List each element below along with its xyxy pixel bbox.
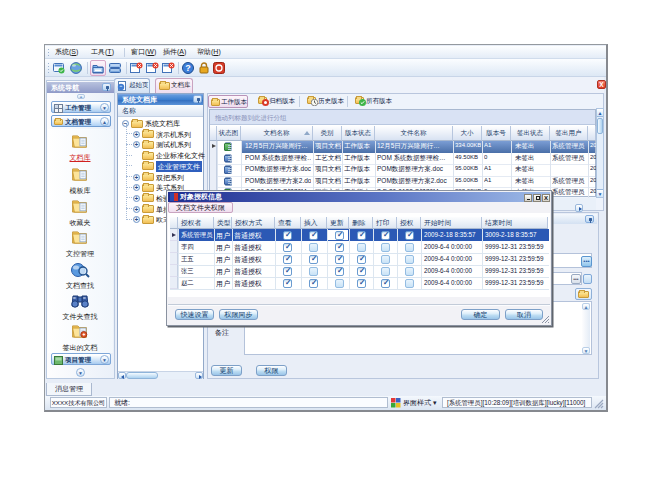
svg-text:?: ? bbox=[185, 63, 191, 73]
